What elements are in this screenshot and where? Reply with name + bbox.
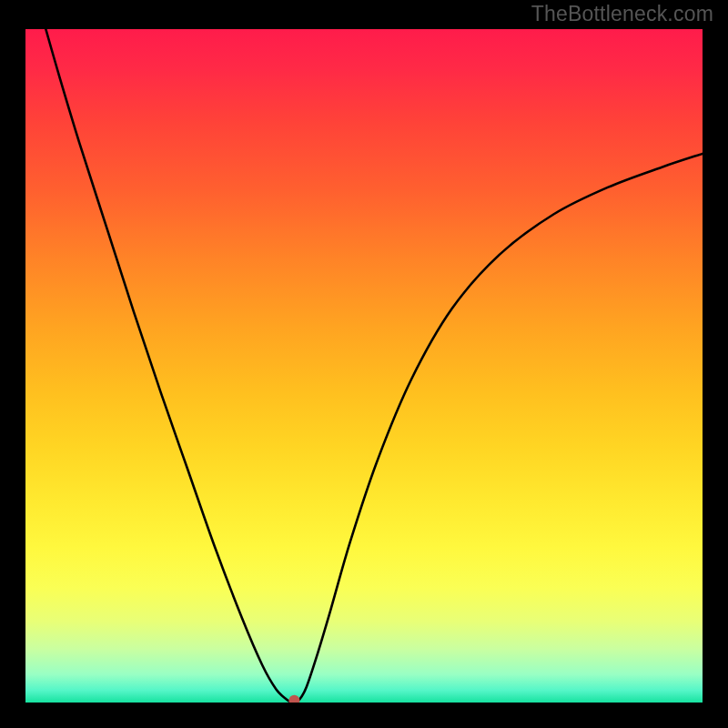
- optimal-point-marker: [288, 695, 299, 706]
- bottleneck-chart: [0, 0, 728, 728]
- plot-background: [25, 29, 703, 703]
- watermark-text: TheBottleneck.com: [531, 2, 713, 26]
- chart-frame: TheBottleneck.com: [0, 0, 728, 728]
